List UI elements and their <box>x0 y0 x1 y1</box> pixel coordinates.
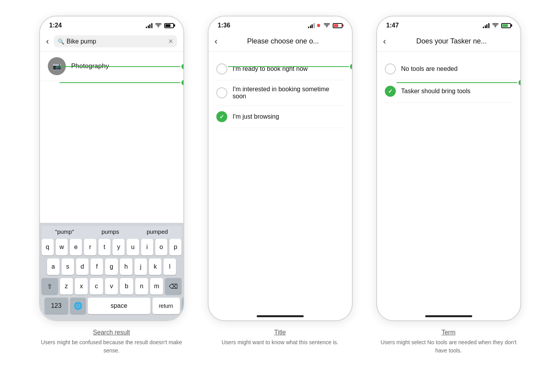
option-label-2-2: I'm just browsing <box>233 113 279 120</box>
key-globe[interactable]: 🌐 <box>70 298 86 314</box>
options-list-3: No tools are needed ✓ Tasker should brin… <box>377 52 520 109</box>
signal-bars-1 <box>146 23 152 28</box>
key-m[interactable]: m <box>150 278 163 294</box>
caption-title-2: Title <box>208 329 353 336</box>
caption-block-1: Search result Users might be confused be… <box>39 329 184 355</box>
key-g[interactable]: g <box>105 258 118 275</box>
annotation-line-title <box>228 66 353 67</box>
suggestion-3[interactable]: pumped <box>143 228 171 235</box>
key-a[interactable]: a <box>47 258 60 275</box>
key-b[interactable]: b <box>120 278 133 294</box>
key-z[interactable]: z <box>60 278 73 294</box>
key-r[interactable]: r <box>84 239 96 255</box>
key-123[interactable]: 123 <box>45 298 68 314</box>
keyboard-row-3: ⇧ z x c v b n m ⌫ <box>42 278 182 294</box>
home-indicator-3 <box>377 309 520 320</box>
nav-bar-1: ‹ 🔍 Bike pump ✕ <box>40 31 183 52</box>
status-icons-2 <box>308 23 343 28</box>
radio-circle-2-0 <box>216 63 227 74</box>
phone-wrapper-2: 1:36 <box>208 16 353 347</box>
status-time-3: 1:47 <box>386 22 399 29</box>
key-w[interactable]: w <box>56 239 68 255</box>
suggestion-1[interactable]: "pump" <box>52 228 77 235</box>
key-space[interactable]: space <box>88 298 150 314</box>
key-return[interactable]: return <box>152 298 180 314</box>
key-d[interactable]: d <box>76 258 89 275</box>
back-button-2[interactable]: ‹ <box>215 36 217 47</box>
caption-text-2: Users might want to know what this sente… <box>208 338 353 347</box>
home-bar-2 <box>257 315 304 317</box>
key-k[interactable]: k <box>149 258 161 275</box>
battery-icon-2 <box>333 23 343 28</box>
key-backspace[interactable]: ⌫ <box>165 278 181 294</box>
signal-bar <box>314 23 315 28</box>
signal-bar <box>148 25 149 28</box>
battery-fill <box>165 24 170 27</box>
key-y[interactable]: y <box>112 239 125 255</box>
search-input-value-1[interactable]: Bike pump <box>67 38 166 45</box>
key-mic[interactable]: 🎤 <box>182 298 184 314</box>
key-n[interactable]: n <box>135 278 148 294</box>
signal-red-dot <box>317 24 320 27</box>
search-bar-1[interactable]: 🔍 Bike pump ✕ <box>54 35 177 47</box>
keyboard-suggestions: "pump" pumps pumped <box>42 226 182 239</box>
status-time-2: 1:36 <box>218 22 230 29</box>
status-bar-3: 1:47 <box>377 16 520 31</box>
key-t[interactable]: t <box>98 239 111 255</box>
radio-circle-3-1: ✓ <box>385 86 396 97</box>
check-icon-3-1: ✓ <box>388 88 393 94</box>
key-e[interactable]: e <box>70 239 82 255</box>
phone-1: 1:24 <box>39 16 184 321</box>
key-j[interactable]: j <box>134 258 147 275</box>
battery-icon-3 <box>501 23 511 28</box>
battery-fill-3 <box>502 24 508 27</box>
home-bar-3 <box>425 315 472 317</box>
caption-block-3: Term Users might select No tools are nee… <box>376 329 521 355</box>
key-l[interactable]: l <box>163 258 176 275</box>
option-item-2-0[interactable]: I'm ready to book right now <box>216 58 344 80</box>
key-o[interactable]: o <box>155 239 167 255</box>
caption-text-1: Users might be confused because the resu… <box>39 338 184 355</box>
back-button-1[interactable]: ‹ <box>46 36 49 47</box>
search-icon-1: 🔍 <box>58 38 64 45</box>
key-shift[interactable]: ⇧ <box>42 278 58 294</box>
status-icons-3 <box>483 23 511 28</box>
option-label-3-1: Tasker should bring tools <box>401 88 471 95</box>
key-q[interactable]: q <box>42 239 54 255</box>
annotation-line-no-tools <box>397 82 521 83</box>
key-u[interactable]: u <box>127 239 139 255</box>
option-label-2-1: I'm interested in booking sometime soon <box>233 86 344 100</box>
option-label-3-0: No tools are needed <box>401 65 458 72</box>
phone-2: 1:36 <box>208 16 353 321</box>
battery-icon-1 <box>164 23 174 28</box>
key-x[interactable]: x <box>75 278 88 294</box>
key-h[interactable]: h <box>120 258 132 275</box>
caption-text-3: Users might select No tools are needed w… <box>376 338 521 355</box>
key-v[interactable]: v <box>105 278 118 294</box>
signal-bar <box>488 23 489 28</box>
phone-wrapper-3: 1:47 <box>376 16 521 355</box>
phone-wrapper-1: 1:24 <box>39 16 184 355</box>
back-button-3[interactable]: ‹ <box>383 36 386 47</box>
nav-bar-3: ‹ Does your Tasker ne... <box>377 31 520 52</box>
option-item-3-1[interactable]: ✓ Tasker should bring tools <box>385 80 513 103</box>
suggestion-2[interactable]: pumps <box>98 228 122 235</box>
key-f[interactable]: f <box>91 258 103 275</box>
signal-bar <box>146 27 147 28</box>
wifi-icon-3 <box>492 23 498 28</box>
key-c[interactable]: c <box>90 278 103 294</box>
signal-bar <box>308 27 309 28</box>
option-item-2-1[interactable]: I'm interested in booking sometime soon <box>216 80 344 106</box>
check-icon-2-2: ✓ <box>219 114 224 120</box>
keyboard-row-1: q w e r t y u i o p <box>42 239 182 255</box>
search-clear-icon-1[interactable]: ✕ <box>168 38 173 45</box>
option-item-3-0[interactable]: No tools are needed <box>385 58 513 80</box>
key-i[interactable]: i <box>141 239 153 255</box>
keyboard-1: "pump" pumps pumped q w e r t y u i o p <box>40 223 183 320</box>
key-p[interactable]: p <box>169 239 181 255</box>
annotation-line-search <box>60 66 184 67</box>
option-item-2-2[interactable]: ✓ I'm just browsing <box>216 106 344 128</box>
status-bar-2: 1:36 <box>208 16 352 31</box>
key-s[interactable]: s <box>62 258 74 275</box>
signal-bar <box>151 23 152 28</box>
